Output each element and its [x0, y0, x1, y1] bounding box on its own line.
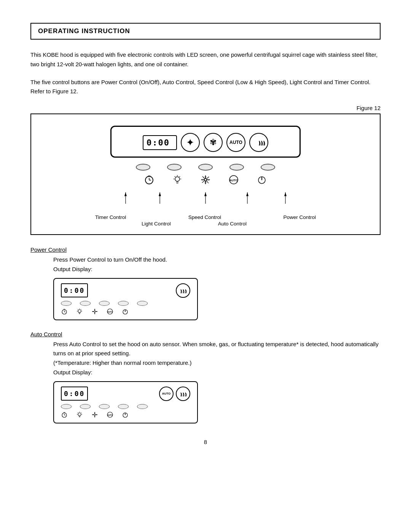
led-3	[198, 164, 213, 171]
auto-label: Auto Control	[218, 221, 247, 227]
segment-display: 0:00	[143, 135, 177, 150]
power-control-text1: Press Power Control to turn On/Off the h…	[53, 255, 381, 265]
power-heat-icon	[176, 283, 190, 298]
figure-label: Figure 12	[30, 105, 381, 111]
p-led-5	[137, 301, 148, 306]
svg-line-52	[78, 412, 78, 413]
speed-icon	[200, 174, 211, 187]
a-power-icon	[122, 411, 129, 418]
led-row	[136, 164, 275, 171]
control-paragraph: The five control buttons are Power Contr…	[30, 78, 381, 97]
power-display-text: 0:00	[61, 283, 88, 298]
svg-line-35	[78, 309, 78, 310]
control-panel: 0:00 ✦ ✾ AUTO	[110, 126, 301, 158]
auto-heat-icon	[176, 387, 190, 401]
a-auto-icon: AUTO	[107, 411, 113, 418]
p-fan-icon	[91, 308, 98, 315]
svg-line-53	[81, 412, 81, 413]
p-light-icon	[76, 308, 83, 315]
svg-marker-24	[246, 192, 249, 196]
fan-low-icon: ✦	[181, 133, 200, 152]
auto-icon-row: AUTO	[61, 411, 190, 418]
auto-small-icon: AUTO	[228, 174, 239, 187]
p-led-2	[80, 301, 91, 306]
p-led-1	[61, 301, 72, 306]
auto-control-text3: Output Display:	[53, 368, 381, 377]
heat-icon	[249, 133, 268, 152]
auto-control-section: Auto Control Press Auto Control to set t…	[30, 331, 381, 423]
arrows-svg	[95, 192, 316, 213]
svg-point-4	[175, 177, 180, 181]
light-label: Light Control	[142, 221, 171, 227]
svg-point-48	[78, 413, 81, 416]
a-led-4	[118, 404, 129, 409]
power-label: Power Control	[283, 214, 316, 220]
figure12-container: 0:00 ✦ ✾ AUTO	[46, 126, 365, 227]
svg-marker-22	[204, 192, 207, 196]
a-timer-icon	[61, 411, 68, 418]
timer-label: Timer Control	[95, 214, 126, 220]
svg-text:AUTO: AUTO	[107, 414, 113, 416]
p-led-3	[99, 301, 110, 306]
svg-marker-20	[159, 192, 161, 196]
led-4	[229, 164, 244, 171]
p-power-icon	[122, 308, 129, 315]
power-control-section: Power Control Press Power Control to tur…	[30, 246, 381, 320]
auto-output-top: 0:00 AUTO	[61, 387, 190, 401]
label-row-2: Light Control Auto Control	[118, 221, 270, 227]
auto-output-display: 0:00 AUTO	[53, 381, 198, 423]
svg-point-56	[94, 414, 96, 415]
power-control-content: Press Power Control to turn On/Off the h…	[53, 255, 381, 320]
auto-control-text1: Press Auto Control to set the hood on au…	[53, 340, 381, 359]
power-control-heading: Power Control	[30, 246, 381, 253]
intro-paragraph: This KOBE hood is equipped with five ele…	[30, 50, 381, 69]
power-icon-row: AUTO	[61, 308, 190, 315]
light-icon	[172, 174, 183, 187]
power-icon	[256, 174, 268, 187]
fan-high-icon: ✾	[204, 133, 223, 152]
svg-point-39	[94, 311, 96, 312]
a-led-3	[99, 404, 110, 409]
auto-control-content: Press Auto Control to set the hood on au…	[53, 340, 381, 423]
p-auto-icon: AUTO	[107, 308, 113, 315]
auto-icon: AUTO	[226, 133, 245, 152]
figure-box: 0:00 ✦ ✾ AUTO	[30, 113, 381, 235]
auto-badges: AUTO	[159, 387, 190, 401]
a-led-5	[137, 404, 148, 409]
svg-marker-18	[124, 192, 127, 196]
power-control-text2: Output Display:	[53, 265, 381, 274]
p-led-4	[118, 301, 129, 306]
auto-led-row	[61, 404, 190, 409]
speed-label: Speed Control	[188, 214, 221, 220]
a-led-1	[61, 404, 72, 409]
auto-display-text: 0:00	[61, 387, 88, 401]
led-1	[136, 164, 150, 171]
svg-line-8	[175, 176, 175, 177]
auto-badge-icon: AUTO	[159, 387, 174, 401]
a-led-2	[80, 404, 91, 409]
a-light-icon	[76, 411, 83, 418]
small-icons-row: AUTO	[143, 174, 268, 187]
power-output-top: 0:00	[61, 283, 190, 298]
svg-marker-26	[284, 192, 287, 196]
led-2	[167, 164, 182, 171]
power-led-row	[61, 301, 190, 306]
title-box: OPERATING INSTRUCTION	[30, 23, 381, 40]
page-title: OPERATING INSTRUCTION	[38, 27, 130, 35]
a-fan-icon	[91, 411, 98, 418]
figure-labels-area: Timer Control Speed Control Power Contro…	[95, 192, 316, 227]
auto-control-text2: (*Temperature: Higher than normal room t…	[53, 358, 381, 368]
label-row-1: Timer Control Speed Control Power Contro…	[95, 214, 316, 220]
p-timer-icon	[61, 308, 68, 315]
timer-icon	[143, 174, 155, 187]
svg-text:AUTO: AUTO	[107, 311, 113, 313]
svg-point-31	[78, 310, 81, 313]
svg-line-9	[180, 176, 180, 177]
svg-text:AUTO: AUTO	[229, 179, 238, 182]
page-number: 8	[30, 439, 381, 445]
led-5	[261, 164, 275, 171]
auto-control-heading: Auto Control	[30, 331, 381, 337]
power-output-display: 0:00 AUTO	[53, 278, 198, 320]
svg-line-36	[81, 309, 81, 310]
